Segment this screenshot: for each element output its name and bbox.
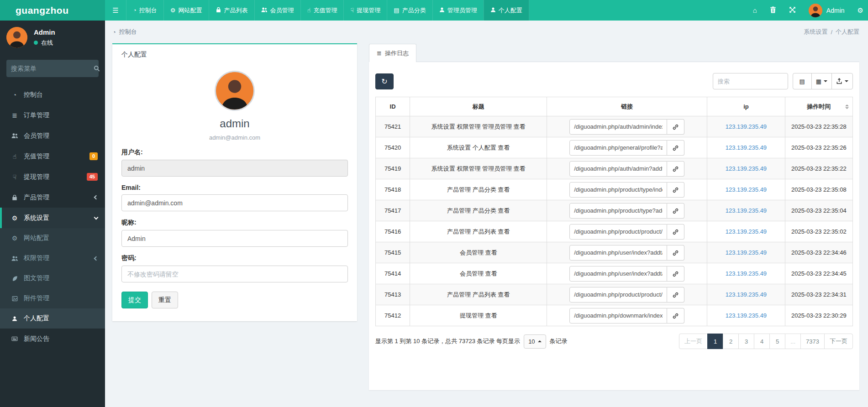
log-link-input[interactable]: [569, 287, 667, 303]
detail-view-button[interactable]: ▤: [793, 73, 812, 89]
ip-link[interactable]: 123.139.235.49: [726, 123, 767, 130]
breadcrumb-section[interactable]: 系统设置: [804, 28, 827, 36]
ip-link[interactable]: 123.139.235.49: [726, 144, 767, 151]
password-field[interactable]: [121, 266, 348, 282]
log-link-input[interactable]: [569, 203, 667, 219]
pagination-page-1[interactable]: 1: [707, 334, 723, 349]
open-link-button[interactable]: [667, 182, 684, 198]
column-header-time[interactable]: 操作时间: [785, 97, 852, 116]
reset-button[interactable]: 重置: [152, 292, 178, 308]
cell-id: 75417: [376, 200, 410, 221]
home-icon[interactable]: ⌂: [753, 7, 757, 14]
nav-item-product-list[interactable]: 产品列表: [209, 0, 254, 21]
ip-link[interactable]: 123.139.235.49: [726, 165, 767, 172]
open-link-button[interactable]: [667, 287, 684, 303]
sidebar-item-members[interactable]: 会员管理: [0, 125, 105, 146]
sidebar-item-withdraw[interactable]: ☟ 提现管理 45: [0, 167, 105, 187]
sidebar-item-site-config[interactable]: ⚙ 网站配置: [0, 228, 105, 248]
nav-item-withdraw[interactable]: ☟ 提现管理: [343, 0, 387, 21]
sidebar-search-input[interactable]: [11, 65, 94, 72]
pagination-next[interactable]: 下一页: [824, 334, 853, 349]
open-link-button[interactable]: [667, 203, 684, 219]
expand-icon[interactable]: [789, 6, 796, 14]
table-row: 75417 产品管理 产品分类 查看 123.139.235.49 2025-0…: [376, 200, 853, 221]
trash-icon[interactable]: [770, 6, 776, 14]
tab-operation-log[interactable]: ≣ 操作日志: [369, 44, 416, 62]
hand-down-icon: ☟: [10, 173, 19, 181]
sidebar-item-attachments[interactable]: 附件管理: [0, 288, 105, 308]
column-header-ip[interactable]: ip: [707, 97, 785, 116]
nav-item-profile[interactable]: 个人配置: [484, 0, 529, 21]
profile-display-email: admin@admin.com: [121, 134, 348, 141]
pagination-page-last[interactable]: 7373: [800, 334, 825, 349]
brand-logo[interactable]: guangzhou: [0, 0, 105, 21]
nav-item-dashboard[interactable]: ◔ 控制台: [126, 0, 163, 21]
nav-item-product-category[interactable]: ▤ 产品分类: [387, 0, 432, 21]
pagination-page-3[interactable]: 3: [738, 334, 754, 349]
open-link-button[interactable]: [667, 119, 684, 135]
withdraw-count-badge: 45: [87, 173, 98, 181]
log-link-input[interactable]: [569, 266, 667, 282]
open-link-button[interactable]: [667, 161, 684, 177]
sidebar-item-recharge[interactable]: ☝ 充值管理 0: [0, 146, 105, 167]
columns-button[interactable]: ▦: [811, 73, 832, 89]
sort-icon[interactable]: [845, 104, 849, 109]
log-link-input[interactable]: [569, 224, 667, 240]
open-link-button[interactable]: [667, 266, 684, 282]
ip-link[interactable]: 123.139.235.49: [726, 312, 767, 319]
email-field[interactable]: [121, 194, 348, 211]
pagination-prev[interactable]: 上一页: [679, 334, 708, 349]
nickname-field[interactable]: [121, 230, 348, 247]
ip-link[interactable]: 123.139.235.49: [726, 291, 767, 298]
sidebar-item-profile[interactable]: 个人配置: [0, 308, 105, 329]
log-link-input[interactable]: [569, 119, 667, 135]
list-icon: ≣: [10, 112, 19, 119]
nav-item-members[interactable]: 会员管理: [254, 0, 300, 21]
ip-link[interactable]: 123.139.235.49: [726, 270, 767, 277]
sidebar-item-dashboard[interactable]: ◔ 控制台: [0, 84, 105, 105]
navbar-user-menu[interactable]: Admin: [809, 4, 845, 17]
submit-button[interactable]: 提交: [121, 292, 148, 308]
log-link-input[interactable]: [569, 308, 667, 324]
pagination-page-5[interactable]: 5: [769, 334, 785, 349]
ip-link[interactable]: 123.139.235.49: [726, 186, 767, 193]
pagination-page-2[interactable]: 2: [723, 334, 739, 349]
column-header-id[interactable]: ID: [376, 97, 410, 116]
sidebar-item-permissions[interactable]: 权限管理: [0, 248, 105, 268]
ip-link[interactable]: 123.139.235.49: [726, 207, 767, 214]
column-header-title[interactable]: 标题: [410, 97, 547, 116]
open-link-button[interactable]: [667, 308, 684, 324]
log-link-input[interactable]: [569, 161, 667, 177]
page-size-button[interactable]: 10: [524, 334, 546, 349]
export-button[interactable]: [831, 73, 853, 89]
column-header-link[interactable]: 链接: [547, 97, 707, 116]
sidebar-item-system-settings[interactable]: ⚙ 系统设置: [0, 208, 105, 228]
sidebar-item-products[interactable]: 产品管理: [0, 187, 105, 208]
sidebar-item-orders[interactable]: ≣ 订单管理: [0, 105, 105, 125]
search-icon[interactable]: [94, 65, 100, 72]
nav-item-recharge[interactable]: ☝ 充值管理: [300, 0, 344, 21]
ip-link[interactable]: 123.139.235.49: [726, 228, 767, 235]
sidebar-item-news[interactable]: 新闻公告: [0, 329, 105, 349]
open-link-button[interactable]: [667, 140, 684, 156]
refresh-button[interactable]: ↻: [375, 73, 394, 89]
nav-item-admin-manage[interactable]: 管理员管理: [432, 0, 484, 21]
sidebar-item-media-manage[interactable]: 图文管理: [0, 268, 105, 288]
open-link-button[interactable]: [667, 245, 684, 261]
log-link-input[interactable]: [569, 140, 667, 156]
pagination-ellipsis[interactable]: ...: [785, 334, 801, 349]
gear-icon: ⚙: [10, 235, 19, 242]
settings-gear-icon[interactable]: ⚙: [857, 7, 863, 14]
pagination-page-4[interactable]: 4: [754, 334, 770, 349]
ip-link[interactable]: 123.139.235.49: [726, 249, 767, 256]
log-link-input[interactable]: [569, 245, 667, 261]
log-search-input[interactable]: [713, 73, 788, 89]
open-link-button[interactable]: [667, 224, 684, 240]
sidebar-toggle-button[interactable]: ☰: [105, 0, 126, 21]
profile-card: 个人配置 admin admin@admin.com 用户名: Email: 昵…: [112, 43, 357, 321]
sidebar-user-name: Admin: [34, 28, 55, 36]
breadcrumb-left-label[interactable]: 控制台: [119, 28, 137, 36]
cell-time: 2025-03-23 22:34:45: [785, 263, 852, 284]
nav-item-site-config[interactable]: ⚙ 网站配置: [163, 0, 209, 21]
log-link-input[interactable]: [569, 182, 667, 198]
